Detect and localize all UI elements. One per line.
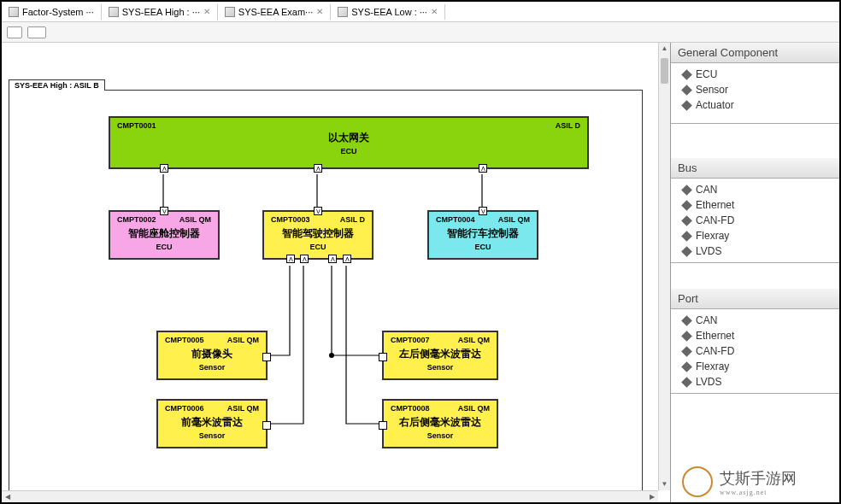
port[interactable]: ᐱ bbox=[343, 255, 351, 263]
diamond-icon bbox=[681, 346, 692, 357]
palette-header[interactable]: Port bbox=[671, 289, 839, 309]
node-name: 前毫米波雷达 bbox=[158, 415, 266, 430]
node-id: CMPT0001 bbox=[117, 121, 156, 130]
port[interactable] bbox=[262, 421, 271, 430]
scroll-left-icon[interactable]: ◀ bbox=[2, 491, 14, 502]
tab-sys-eea-low[interactable]: SYS-EEA Low : ··· ✕ bbox=[331, 4, 445, 20]
node-kind: Sensor bbox=[384, 431, 497, 440]
node-asil: ASIL QM bbox=[458, 404, 490, 413]
port[interactable]: ᐱ bbox=[286, 255, 295, 263]
scroll-up-icon[interactable]: ▲ bbox=[659, 43, 670, 55]
diamond-icon bbox=[681, 215, 692, 226]
scroll-down-icon[interactable]: ▼ bbox=[659, 478, 670, 490]
palette-section-bus: Bus CAN Ethernet CAN-FD Flexray LVDS bbox=[671, 158, 839, 263]
node-kind: Sensor bbox=[384, 363, 497, 372]
tab-label: SYS-EEA Low : ··· bbox=[351, 7, 427, 17]
diagram-canvas[interactable]: SYS-EEA High : ASIL B bbox=[2, 43, 670, 502]
connector-icon[interactable] bbox=[7, 26, 22, 38]
svg-point-0 bbox=[329, 353, 334, 358]
node-name: 智能座舱控制器 bbox=[110, 226, 218, 241]
node-adas[interactable]: CMPT0003 ASIL D 智能驾驶控制器 ECU ᐯ ᐱ ᐱ ᐱ ᐱ bbox=[262, 210, 373, 260]
tab-sys-eea-high[interactable]: SYS-EEA High : ··· ✕ bbox=[102, 4, 218, 21]
node-name: 智能行车控制器 bbox=[429, 226, 537, 241]
usb-icon[interactable] bbox=[27, 26, 46, 38]
close-icon[interactable]: ✕ bbox=[431, 7, 438, 16]
port[interactable] bbox=[262, 353, 271, 361]
node-camera-front[interactable]: CMPT0005 ASIL QM 前摄像头 Sensor bbox=[156, 331, 268, 380]
node-id: CMPT0002 bbox=[117, 215, 156, 224]
port[interactable]: ᐯ bbox=[160, 207, 168, 215]
diamond-icon bbox=[681, 69, 692, 80]
palette-item-port-flexray[interactable]: Flexray bbox=[671, 359, 839, 374]
node-asil: ASIL QM bbox=[458, 336, 490, 344]
palette-item-flexray[interactable]: Flexray bbox=[671, 228, 839, 243]
toolbar bbox=[2, 22, 839, 43]
node-kind: Sensor bbox=[158, 431, 266, 440]
port[interactable]: ᐱ bbox=[479, 164, 487, 173]
node-kind: ECU bbox=[264, 243, 372, 251]
close-icon[interactable]: ✕ bbox=[203, 7, 210, 16]
file-icon bbox=[225, 7, 235, 17]
port[interactable]: ᐱ bbox=[314, 164, 322, 173]
node-gateway[interactable]: CMPT0001 ASIL D 以太网关 ECU ᐱ ᐱ ᐱ bbox=[109, 116, 589, 169]
tab-factor-system[interactable]: Factor-System ··· bbox=[2, 4, 102, 20]
palette-header[interactable]: General Component bbox=[671, 43, 839, 63]
node-cabin[interactable]: CMPT0002 ASIL QM 智能座舱控制器 ECU ᐯ bbox=[109, 210, 220, 260]
node-name: 右后侧毫米波雷达 bbox=[384, 415, 497, 430]
diamond-icon bbox=[681, 100, 692, 111]
node-id: CMPT0006 bbox=[165, 404, 204, 413]
node-name: 前摄像头 bbox=[158, 347, 266, 361]
palette-header[interactable]: Bus bbox=[671, 158, 839, 179]
vertical-scrollbar[interactable]: ▲ ▼ bbox=[658, 43, 670, 490]
palette-item-canfd[interactable]: CAN-FD bbox=[671, 213, 839, 228]
node-radar-rear-left[interactable]: CMPT0007 ASIL QM 左后侧毫米波雷达 Sensor bbox=[382, 331, 498, 380]
palette-item-lvds[interactable]: LVDS bbox=[671, 243, 839, 259]
diamond-icon bbox=[681, 315, 692, 326]
palette: General Component ECU Sensor Actuator Bu… bbox=[670, 43, 839, 502]
node-radar-front[interactable]: CMPT0006 ASIL QM 前毫米波雷达 Sensor bbox=[156, 399, 268, 448]
node-name: 以太网关 bbox=[110, 131, 587, 145]
port[interactable]: ᐱ bbox=[300, 255, 309, 263]
node-asil: ASIL QM bbox=[179, 215, 211, 224]
node-id: CMPT0003 bbox=[271, 215, 310, 224]
horizontal-scrollbar[interactable]: ◀ ▶ bbox=[2, 490, 658, 502]
close-icon[interactable]: ✕ bbox=[316, 7, 323, 16]
diamond-icon bbox=[681, 185, 692, 196]
port[interactable]: ᐱ bbox=[160, 164, 168, 173]
port[interactable]: ᐱ bbox=[328, 255, 337, 263]
palette-item-port-lvds[interactable]: LVDS bbox=[671, 374, 839, 390]
node-asil: ASIL QM bbox=[227, 336, 259, 344]
diamond-icon bbox=[681, 85, 692, 96]
diamond-icon bbox=[681, 246, 692, 257]
port[interactable] bbox=[379, 421, 387, 430]
palette-item-port-canfd[interactable]: CAN-FD bbox=[671, 343, 839, 359]
node-id: CMPT0005 bbox=[165, 336, 204, 344]
palette-item-can[interactable]: CAN bbox=[671, 182, 839, 197]
node-name: 左后侧毫米波雷达 bbox=[384, 347, 497, 361]
palette-item-port-ethernet[interactable]: Ethernet bbox=[671, 328, 839, 343]
node-radar-rear-right[interactable]: CMPT0008 ASIL QM 右后侧毫米波雷达 Sensor bbox=[382, 399, 498, 448]
node-asil: ASIL QM bbox=[227, 404, 259, 413]
palette-item-ethernet[interactable]: Ethernet bbox=[671, 197, 839, 213]
scroll-right-icon[interactable]: ▶ bbox=[646, 491, 658, 502]
port[interactable] bbox=[379, 353, 387, 361]
file-icon bbox=[109, 7, 119, 17]
node-kind: Sensor bbox=[158, 363, 266, 372]
tab-sys-eea-exam[interactable]: SYS-EEA Exam··· ✕ bbox=[218, 4, 331, 20]
diamond-icon bbox=[681, 200, 692, 211]
port[interactable]: ᐯ bbox=[314, 207, 322, 215]
node-kind: ECU bbox=[429, 243, 537, 251]
node-drive[interactable]: CMPT0004 ASIL QM 智能行车控制器 ECU ᐯ bbox=[427, 210, 538, 260]
port[interactable]: ᐯ bbox=[479, 207, 487, 215]
palette-item-ecu[interactable]: ECU bbox=[671, 67, 839, 82]
palette-item-sensor[interactable]: Sensor bbox=[671, 82, 839, 97]
palette-item-actuator[interactable]: Actuator bbox=[671, 97, 839, 113]
diagram-frame: SYS-EEA High : ASIL B bbox=[9, 90, 643, 491]
scroll-handle[interactable] bbox=[661, 58, 668, 84]
diamond-icon bbox=[681, 331, 692, 342]
canvas-wrap: SYS-EEA High : ASIL B bbox=[2, 43, 670, 502]
tabs-bar: Factor-System ··· SYS-EEA High : ··· ✕ S… bbox=[2, 2, 839, 22]
palette-item-port-can[interactable]: CAN bbox=[671, 313, 839, 328]
node-kind: ECU bbox=[110, 243, 218, 251]
diagram-title: SYS-EEA High : ASIL B bbox=[9, 79, 105, 91]
